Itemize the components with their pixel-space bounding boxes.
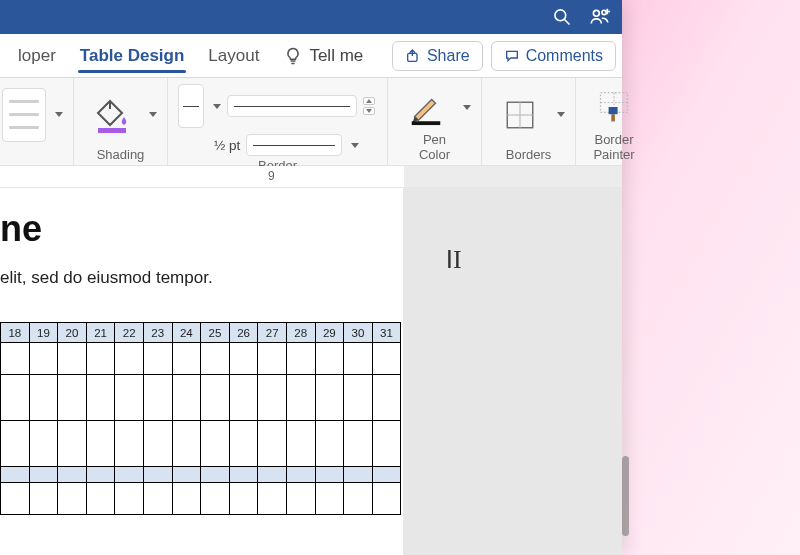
pen-color-label: Pen Color — [419, 132, 450, 162]
group-border-painter: Border Painter — [576, 78, 652, 165]
day-header: 20 — [58, 323, 87, 343]
table-row[interactable] — [1, 421, 401, 467]
table-styles-gallery[interactable] — [2, 88, 46, 142]
desktop-scrollbar[interactable] — [622, 456, 629, 536]
share-button[interactable]: Share — [392, 41, 483, 71]
border-painter-button[interactable] — [586, 87, 642, 127]
svg-rect-16 — [611, 114, 615, 121]
day-header: 18 — [1, 323, 30, 343]
tab-developer[interactable]: loper — [6, 34, 68, 77]
ribbon-toolbar: Shading ½ pt Border Styles — [0, 78, 622, 166]
group-border-styles: ½ pt Border Styles — [168, 78, 388, 165]
document-page[interactable]: ne elit, sed do eiusmod tempor. 18 19 20… — [0, 188, 403, 555]
table-row[interactable] — [1, 343, 401, 375]
lightbulb-icon — [283, 46, 303, 66]
svg-rect-7 — [98, 128, 126, 133]
day-header: 27 — [258, 323, 287, 343]
day-header: 30 — [344, 323, 373, 343]
svg-rect-15 — [609, 107, 618, 114]
svg-line-1 — [565, 20, 570, 25]
day-header: 31 — [372, 323, 401, 343]
day-header: 19 — [29, 323, 58, 343]
day-header: 22 — [115, 323, 144, 343]
borders-button[interactable] — [492, 95, 548, 135]
ribbon-tabs: loper Table Design Layout Tell me Share … — [0, 34, 622, 78]
day-header: 23 — [143, 323, 172, 343]
table-row[interactable] — [1, 467, 401, 483]
comments-label: Comments — [526, 47, 603, 65]
search-icon[interactable] — [550, 5, 574, 29]
chevron-down-icon[interactable] — [351, 143, 359, 148]
tell-me-search[interactable]: Tell me — [271, 46, 375, 66]
tab-table-design[interactable]: Table Design — [68, 34, 197, 77]
border-style-swatch[interactable] — [178, 84, 204, 128]
day-header: 24 — [172, 323, 201, 343]
border-weight-preview[interactable] — [246, 134, 342, 156]
chevron-down-icon[interactable] — [463, 105, 471, 110]
line-style-stepper[interactable] — [363, 97, 377, 115]
ruler-mark: 9 — [268, 169, 275, 183]
table-row[interactable] — [1, 375, 401, 421]
tab-layout[interactable]: Layout — [196, 34, 271, 77]
pen-icon — [407, 88, 445, 126]
table-row[interactable] — [1, 483, 401, 515]
share-label: Share — [427, 47, 470, 65]
paint-bucket-icon — [92, 95, 132, 135]
svg-point-0 — [555, 10, 566, 21]
group-table-styles — [0, 78, 74, 165]
page-margin-area: II — [403, 188, 622, 555]
people-icon[interactable] — [588, 5, 612, 29]
day-header: 28 — [286, 323, 315, 343]
border-weight-value: ½ pt — [214, 138, 240, 153]
chevron-down-icon[interactable] — [213, 104, 221, 109]
comment-icon — [504, 48, 520, 64]
day-header: 26 — [229, 323, 258, 343]
table-header-row: 18 19 20 21 22 23 24 25 26 27 28 29 30 3… — [1, 323, 401, 343]
border-painter-label: Border Painter — [593, 132, 634, 162]
share-icon — [405, 48, 421, 64]
document-viewport: ne elit, sed do eiusmod tempor. 18 19 20… — [0, 188, 622, 555]
svg-point-2 — [593, 10, 599, 16]
group-shading: Shading — [74, 78, 168, 165]
pen-color-button[interactable] — [398, 87, 454, 127]
border-painter-icon — [596, 89, 632, 125]
window-titlebar — [0, 0, 622, 34]
day-header: 25 — [201, 323, 230, 343]
calendar-table[interactable]: 18 19 20 21 22 23 24 25 26 27 28 29 30 3… — [0, 322, 401, 515]
horizontal-ruler[interactable]: 9 — [0, 166, 622, 188]
shading-button[interactable] — [84, 95, 140, 135]
chevron-down-icon[interactable] — [55, 112, 63, 117]
day-header: 21 — [86, 323, 115, 343]
chevron-down-icon[interactable] — [557, 112, 565, 117]
borders-grid-icon — [503, 98, 537, 132]
svg-rect-8 — [412, 121, 441, 125]
page-paragraph: elit, sed do eiusmod tempor. — [0, 268, 403, 288]
comments-button[interactable]: Comments — [491, 41, 616, 71]
shading-label: Shading — [97, 147, 145, 162]
tell-me-label: Tell me — [309, 46, 363, 66]
page-heading: ne — [0, 208, 403, 250]
group-borders: Borders — [482, 78, 576, 165]
group-pen-color: Pen Color — [388, 78, 482, 165]
borders-label: Borders — [506, 147, 552, 162]
chevron-down-icon[interactable] — [149, 112, 157, 117]
border-line-style[interactable] — [227, 95, 357, 117]
day-header: 29 — [315, 323, 344, 343]
